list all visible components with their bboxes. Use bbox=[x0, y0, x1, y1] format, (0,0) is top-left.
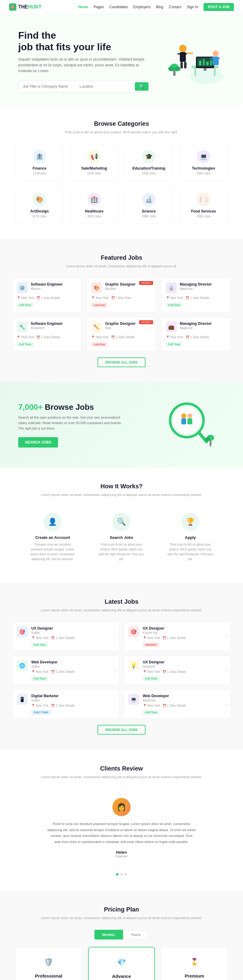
category-tech[interactable]: 💻 Technologies 3090 Jobs bbox=[179, 144, 228, 181]
hero-title: Find the job that fits your life bbox=[18, 30, 152, 53]
svg-point-29 bbox=[181, 414, 186, 418]
dot-3[interactable] bbox=[125, 873, 127, 876]
latest-job-5[interactable]: 📱 Digital Marketer Soffan 📍 New York ⏰ 1… bbox=[12, 689, 119, 719]
featured-jobs-section: Featured Jobs Lorem ipsum dolor sit amet… bbox=[0, 239, 243, 383]
latest-job-3[interactable]: 🌐 Web Developer Soffan 📍 New York ⏰ 1 Jo… bbox=[12, 655, 119, 685]
latest-company-4: Amazerft bbox=[143, 665, 226, 668]
featured-job-5[interactable]: URGENT ✏️ Graphic Designer Brijo 📍 New Y… bbox=[87, 317, 156, 351]
category-science[interactable]: 🔬 Science 0966 Jobs bbox=[125, 187, 173, 224]
latest-time-5: ⏰ 1 Jobs Details bbox=[51, 704, 75, 707]
latest-jobs-subtitle: Lorem ipsum dolor sit amet, consectetur … bbox=[12, 608, 231, 613]
pricing-plan-advance: 💎 Advance Start 7 Day Edit Main Job List… bbox=[88, 947, 155, 980]
job-meta-2: 📍 New York ⏰ 7 Max Role bbox=[91, 296, 151, 299]
chevron-icon-6: › bbox=[226, 702, 227, 707]
job-location-6: 📍 New York bbox=[166, 336, 183, 339]
latest-job-1[interactable]: 🎯 UX Designer Soffan 📍 New York ⏰ 1 Jobs… bbox=[12, 622, 119, 651]
job-meta-4: 📍 New York ⏰ 1 Jobs Details bbox=[17, 336, 77, 339]
reviewer-avatar: 👩 bbox=[112, 798, 131, 816]
art-name: Art/Design bbox=[19, 209, 60, 213]
featured-jobs-grid: ⚙️ Software Engineer Munzin 📍 New York ⏰… bbox=[12, 278, 231, 351]
nav-home[interactable]: Home bbox=[78, 5, 88, 9]
nav-blog[interactable]: Blog bbox=[156, 5, 163, 9]
category-marketing[interactable]: 📢 Sale/Marketing 5290 Jobs bbox=[70, 144, 118, 181]
nav-contact[interactable]: Contact bbox=[169, 5, 181, 9]
category-art[interactable]: 🎨 Art/Design 5274 Jobs bbox=[15, 187, 64, 224]
hero-illustration bbox=[152, 37, 225, 86]
latest-time-3: ⏰ 1 Jobs Details bbox=[51, 670, 75, 673]
category-finance[interactable]: 🏦 Finance 1238 jobs bbox=[15, 144, 64, 181]
latest-info-1: UX Designer Soffan 📍 New York ⏰ 1 Jobs D… bbox=[31, 626, 115, 647]
latest-job-6[interactable]: 💻 Web Developer Maplimse 📍 New York ⏰ 1 … bbox=[124, 689, 231, 719]
latest-loc-2: 📍 New York bbox=[143, 636, 160, 640]
category-food[interactable]: 🍽️ Food Services 1094 Jobs bbox=[179, 187, 228, 224]
svg-point-31 bbox=[188, 414, 192, 418]
latest-browse-all-button[interactable]: BROWSE ALL JOBS bbox=[98, 725, 145, 735]
latest-company-6: Maplimse bbox=[143, 699, 226, 702]
job-company-5: Brijo bbox=[105, 326, 136, 330]
pricing-tab-monthly[interactable]: Monthly bbox=[95, 930, 123, 940]
job-company-2: Naxtbet bbox=[105, 287, 136, 290]
job-tags-1: Full Time bbox=[17, 302, 77, 307]
review-card: 👩 Poste te urna nec tincidunt praesent s… bbox=[38, 789, 205, 867]
featured-job-6[interactable]: 💼 Managing Director Maplimse 📍 New York … bbox=[161, 317, 231, 351]
reviewer-name: Helen bbox=[47, 850, 196, 854]
search-jobs-button[interactable]: SEARCH JOBS bbox=[18, 437, 58, 447]
dot-2[interactable] bbox=[120, 873, 123, 876]
category-education[interactable]: 🎓 Education/Training 1096 Jobs bbox=[125, 144, 173, 181]
featured-job-1[interactable]: ⚙️ Software Engineer Munzin 📍 New York ⏰… bbox=[12, 278, 82, 312]
step-1-title: Create an Account bbox=[29, 535, 77, 540]
job-title-6: Managing Director bbox=[180, 321, 212, 326]
latest-job-4[interactable]: 💡 UX Designer Amazerft 📍 New York ⏰ 1 Jo… bbox=[124, 655, 231, 685]
navbar-logo[interactable]: 🎯 THEHUNT bbox=[9, 3, 41, 11]
dot-1[interactable] bbox=[116, 873, 118, 876]
nav-post-job[interactable]: POST A JOB bbox=[204, 3, 234, 11]
art-jobs: 5274 Jobs bbox=[19, 215, 60, 218]
latest-logo-1: 🎯 bbox=[17, 626, 28, 637]
job-header-1: ⚙️ Software Engineer Munzin bbox=[17, 282, 77, 293]
job-title-1: Software Engineer bbox=[31, 282, 63, 286]
latest-title-6: Web Developer bbox=[143, 694, 226, 698]
healthcare-jobs: 3526 Jobs bbox=[73, 215, 115, 218]
latest-logo-3: 🌐 bbox=[17, 660, 28, 671]
review-text: Poste te urna nec tincidunt praesent sem… bbox=[47, 821, 196, 845]
svg-rect-30 bbox=[181, 418, 186, 425]
featured-job-4[interactable]: 🔧 Software Engineer Amazefort 📍 New York… bbox=[12, 317, 82, 351]
job-tags-5: Last Day bbox=[91, 342, 151, 347]
latest-jobs-title: Latest Jobs bbox=[12, 598, 231, 605]
hero-job-input[interactable] bbox=[22, 82, 76, 91]
job-meta-5: 📍 New York ⏰ 1 Jobs Details bbox=[91, 336, 151, 339]
steps-grid: 👤 Create an Account Posuere urna nec tin… bbox=[23, 507, 220, 568]
clients-review-title: Clients Review bbox=[12, 765, 231, 772]
nav-candidates[interactable]: Candidates bbox=[109, 5, 128, 9]
featured-browse-all-button[interactable]: BROWSE ALL JOBS bbox=[98, 357, 145, 367]
badge-urgent-2: URGENT bbox=[139, 281, 153, 285]
latest-title-3: Web Developer bbox=[31, 660, 115, 664]
marketing-name: Sale/Marketing bbox=[73, 166, 115, 170]
pricing-tab-yearly[interactable]: Yearly bbox=[123, 930, 148, 940]
categories-grid: 🏦 Finance 1238 jobs 📢 Sale/Marketing 529… bbox=[15, 144, 228, 224]
pricing-icon-adv: 💎 bbox=[114, 955, 129, 970]
pricing-icon-prem: 🎖️ bbox=[187, 955, 202, 970]
hero-location-input[interactable] bbox=[78, 82, 133, 91]
hero-search-button[interactable]: 🔍 bbox=[135, 82, 148, 91]
svg-rect-2 bbox=[194, 68, 196, 76]
review-dots bbox=[12, 873, 231, 876]
svg-rect-13 bbox=[177, 53, 181, 54]
nav-employers[interactable]: Employers bbox=[133, 5, 151, 9]
latest-job-2[interactable]: 🎯 UX Designer Koinve Kig 📍 New York ⏰ 1 … bbox=[124, 622, 231, 651]
job-time-5: ⏰ 1 Jobs Details bbox=[111, 336, 135, 339]
job-location-3: 📍 New York bbox=[166, 296, 183, 299]
step-search-jobs: 🔍 Search Jobs Post a job to tell us abou… bbox=[92, 507, 151, 568]
apply-icon: 🏆 bbox=[181, 513, 200, 531]
pricing-section: Pricing Plan Lorem ipsum dolor sit amet,… bbox=[0, 891, 243, 980]
marketing-icon: 📢 bbox=[87, 150, 101, 163]
nav-pages[interactable]: Pages bbox=[93, 5, 104, 9]
clients-review-section: Clients Review Lorem ipsum dolor sit ame… bbox=[0, 750, 243, 891]
featured-job-3[interactable]: 👔 Managing Director Maplimse 📍 New York … bbox=[161, 278, 231, 312]
latest-info-3: Web Developer Soffan 📍 New York ⏰ 1 Jobs… bbox=[31, 660, 115, 681]
latest-company-2: Koinve Kig bbox=[143, 631, 226, 635]
nav-signin[interactable]: Sign In bbox=[187, 5, 198, 9]
featured-job-2[interactable]: URGENT 🎨 Graphic Designer Naxtbet 📍 New … bbox=[87, 278, 156, 312]
category-healthcare[interactable]: 🏥 Healthcare 3526 Jobs bbox=[70, 187, 118, 224]
clients-review-subtitle: Lorem ipsum dolor sit amet, consectetur … bbox=[12, 775, 231, 780]
